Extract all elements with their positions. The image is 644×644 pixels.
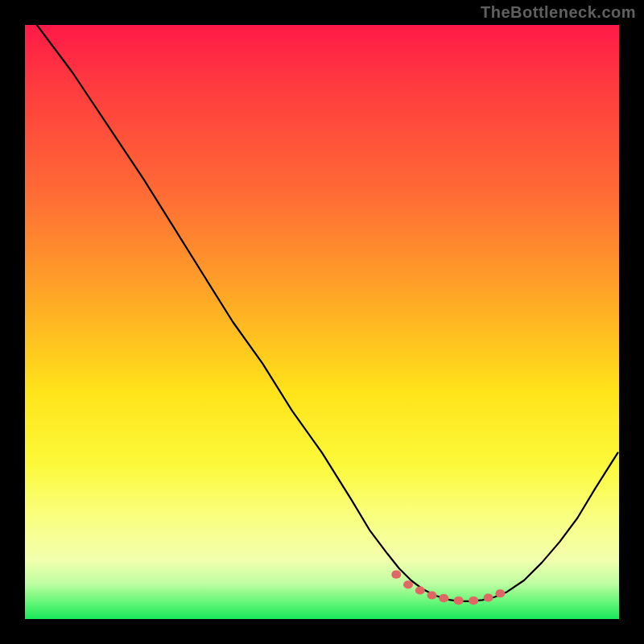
curve-marker [415,587,425,595]
chart-frame: TheBottleneck.com [0,0,644,644]
attribution-text: TheBottleneck.com [481,3,636,22]
bottleneck-curve [25,25,619,619]
curve-marker [439,594,448,602]
curve-marker [403,580,413,588]
curve-marker [484,593,493,601]
curve-marker [495,589,505,597]
curve-marker [427,591,437,599]
curve-marker [391,571,401,579]
plot-area [25,25,619,619]
curve-marker [469,597,478,605]
curve-marker [454,597,464,605]
